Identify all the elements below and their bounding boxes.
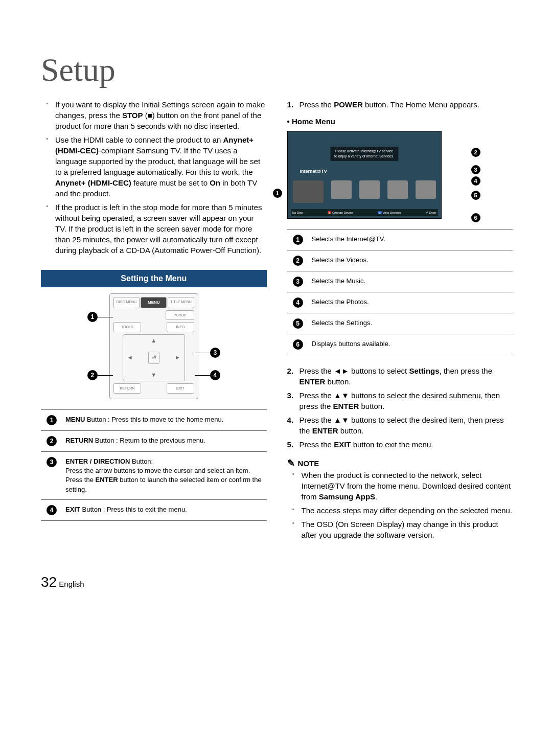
home-menu-label: • Home Menu xyxy=(287,116,513,127)
steps-top: 1. Press the POWER button. The Home Menu… xyxy=(287,99,513,110)
table-row: 1Selects the Internet@TV. xyxy=(287,230,513,250)
tools-button: TOOLS xyxy=(113,322,141,332)
note-heading: ✎ NOTE xyxy=(287,457,513,470)
page-language: English xyxy=(59,580,84,588)
tv-icon-row xyxy=(293,180,436,203)
step-item: 1. Press the POWER button. The Home Menu… xyxy=(287,99,513,110)
remote-description-table: 1 MENU Button : Press this to move to th… xyxy=(41,409,267,521)
manual-page: Setup If you want to display the Initial… xyxy=(0,0,552,621)
tv-main-tile xyxy=(293,180,324,203)
music-icon xyxy=(359,180,380,199)
home-menu-figure: Please activate Internet@TV service to e… xyxy=(287,131,466,219)
page-title: Setup xyxy=(41,51,511,89)
arrow-right-icon: ► xyxy=(175,354,180,361)
notes-list: When the product is connected to the net… xyxy=(287,470,513,540)
note-item: The access steps may differ depending on… xyxy=(287,505,513,516)
enter-icon: ⏎ xyxy=(148,352,159,364)
two-column-layout: If you want to display the Initial Setti… xyxy=(41,99,511,543)
table-row: 2 RETURN Button : Return to the previous… xyxy=(41,430,267,451)
table-row: 5Selects the Settings. xyxy=(287,313,513,334)
dpad: ▲ ▼ ◄ ► ⏎ xyxy=(123,334,185,381)
tv-bottom-bar: No Disc a Change Device d View Devices ⏎… xyxy=(291,209,438,216)
videos-icon xyxy=(331,180,352,199)
title-menu-button: TITLE MENU xyxy=(168,297,194,308)
right-column: 1. Press the POWER button. The Home Menu… xyxy=(287,99,513,543)
arrow-left-icon: ◄ xyxy=(127,354,133,361)
bullet-item: Use the HDMI cable to connect the produc… xyxy=(41,134,267,199)
left-bullet-list: If you want to display the Initial Setti… xyxy=(41,99,267,256)
bullet-item: If the product is left in the stop mode … xyxy=(41,202,267,256)
table-row: 4Selects the Photos. xyxy=(287,292,513,313)
disc-menu-button: DISC MENU xyxy=(113,297,140,308)
tv-banner: Please activate Internet@TV service to e… xyxy=(330,147,398,161)
steps-bottom: 2. Press the ◄► buttons to select Settin… xyxy=(287,365,513,450)
home-menu-table: 1Selects the Internet@TV. 2Selects the V… xyxy=(287,229,513,355)
page-number: 32 xyxy=(41,574,57,590)
callout-2: 2 xyxy=(87,370,113,380)
table-row: 1 MENU Button : Press this to move to th… xyxy=(41,409,267,430)
info-button: INFO xyxy=(167,322,194,332)
photos-icon xyxy=(387,180,408,199)
callout-1: 1 xyxy=(87,312,113,322)
hm-callout-5: 5 xyxy=(471,189,480,200)
bar-enter: ⏎ Enter xyxy=(426,211,436,215)
bar-change-device: a Change Device xyxy=(328,211,353,215)
bullet-item: If you want to display the Initial Setti… xyxy=(41,99,267,131)
table-row: 4 EXIT Button : Press this to exit the m… xyxy=(41,499,267,520)
section-header-setting-menu: Setting the Menu xyxy=(41,270,267,287)
note-icon: ✎ xyxy=(287,457,295,470)
hm-callout-2: 2 xyxy=(471,146,480,157)
bar-nodisc: No Disc xyxy=(292,211,303,215)
table-row: 3 ENTER / DIRECTION Button: Press the ar… xyxy=(41,451,267,499)
step-item: 4. Press the ▲▼ buttons to select the de… xyxy=(287,415,513,436)
table-row: 6Displays buttons available. xyxy=(287,334,513,355)
arrow-down-icon: ▼ xyxy=(151,371,156,379)
hm-callout-1: 1 xyxy=(273,187,282,198)
exit-button: EXIT xyxy=(167,383,194,394)
popup-button: POPUP xyxy=(166,310,194,320)
step-item: 5. Press the EXIT button to exit the men… xyxy=(287,439,513,450)
hm-callout-4: 4 xyxy=(471,175,480,186)
page-footer: 32 English xyxy=(41,574,511,590)
hm-callout-6: 6 xyxy=(471,212,480,222)
return-button: RETURN xyxy=(113,383,141,394)
note-item: The OSD (On Screen Display) may change i… xyxy=(287,519,513,540)
menu-button: MENU xyxy=(141,297,167,308)
remote-diagram: 1 2 3 4 DISC MENU MENU TITLE MENU POPUP xyxy=(93,293,215,399)
bar-view-devices: d View Devices xyxy=(378,211,401,215)
tv-screen: Please activate Internet@TV service to e… xyxy=(287,131,442,219)
settings-icon xyxy=(416,180,436,199)
step-item: 2. Press the ◄► buttons to select Settin… xyxy=(287,365,513,387)
left-column: If you want to display the Initial Setti… xyxy=(41,99,267,543)
table-row: 2Selects the Videos. xyxy=(287,250,513,271)
remote-body: DISC MENU MENU TITLE MENU POPUP TOOLS IN… xyxy=(109,293,198,399)
step-item: 3. Press the ▲▼ buttons to select the de… xyxy=(287,390,513,411)
note-item: When the product is connected to the net… xyxy=(287,470,513,502)
hm-callout-3: 3 xyxy=(471,164,480,174)
table-row: 3Selects the Music. xyxy=(287,271,513,292)
callout-3: 3 xyxy=(195,348,220,358)
arrow-up-icon: ▲ xyxy=(151,337,156,345)
callout-4: 4 xyxy=(195,370,220,380)
tv-label-internet: Internet@TV xyxy=(300,168,327,175)
